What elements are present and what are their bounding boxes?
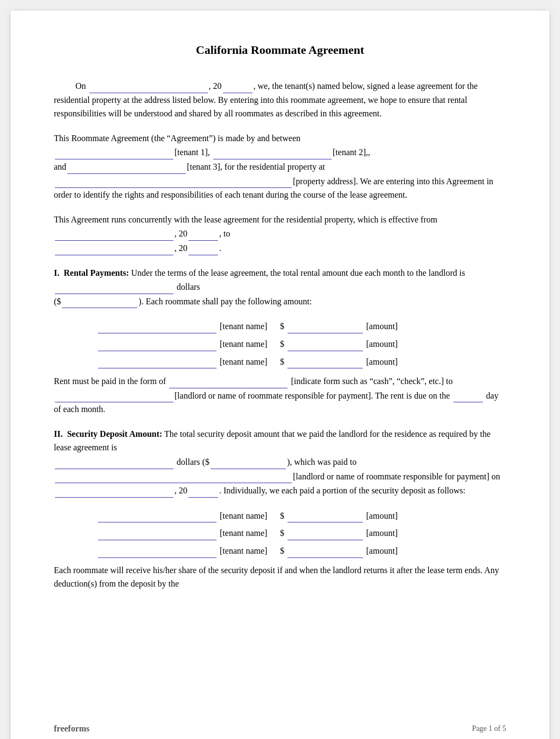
tenant3-amount-label: [amount] <box>366 355 398 369</box>
tenant-col-2: [tenant name] <box>97 337 269 351</box>
sec-amount-col-3: $ [amount] <box>280 543 398 558</box>
agreement-start-text: This Roommate Agreement (the “Agreement”… <box>54 134 300 143</box>
tenant-amount-table-2: [tenant name] $ [amount] [tenant name] $… <box>97 508 474 558</box>
rent-to-field[interactable] <box>55 388 173 403</box>
sec-tenant-col-2: [tenant name] <box>97 526 269 540</box>
rent-form-paragraph: Rent must be paid in the form of [indica… <box>54 374 506 416</box>
security-footer-paragraph: Each roommate will receive his/her share… <box>54 563 506 591</box>
document-footer: freeforms Page 1 of 5 <box>54 724 506 734</box>
dollar-1: $ <box>280 319 284 333</box>
rent-form-field[interactable] <box>169 374 288 388</box>
tenant1-field[interactable] <box>55 145 173 159</box>
tenant1-name-field[interactable] <box>98 319 216 333</box>
sec-tenant3-amount-label: [amount] <box>366 544 398 558</box>
section1-body: Under the terms of the lease agreement, … <box>129 268 465 277</box>
end-year-field[interactable] <box>188 241 218 255</box>
intro-20: , 20 <box>209 81 222 90</box>
rent-day-field[interactable] <box>453 388 483 403</box>
dollar-2: $ <box>280 337 284 351</box>
sec-tenant-col-3: [tenant name] <box>97 543 269 558</box>
dollar-3: $ <box>280 355 284 369</box>
sec-tenant-col-1: [tenant name] <box>97 508 269 523</box>
security-deposit-paragraph: II. Security Deposit Amount: The total s… <box>54 427 506 498</box>
tenant2-amount-field[interactable] <box>288 337 363 351</box>
section2-20: , 20 <box>174 486 187 495</box>
security-amount-field[interactable] <box>211 455 286 469</box>
page-number: Page 1 of 5 <box>472 724 506 733</box>
document-title: California Roommate Agreement <box>54 43 506 57</box>
dollars-text: dollars <box>177 282 200 291</box>
and-text: and <box>54 162 66 171</box>
tenant2-name-label: [tenant name] <box>220 337 267 351</box>
sec-tenant2-name-field[interactable] <box>98 526 216 540</box>
sec-tenant3-name-field[interactable] <box>98 543 216 558</box>
section2-landlord: [landlord or name of roommate responsibl… <box>293 472 500 481</box>
section1-label: I. <box>54 268 59 277</box>
tenant3-name-field[interactable] <box>98 354 216 369</box>
effective-year-field[interactable] <box>188 226 218 241</box>
security-year-field[interactable] <box>188 483 218 498</box>
paren-open: ($ <box>54 297 61 306</box>
security-landlord-field[interactable] <box>55 469 292 484</box>
date-field[interactable] <box>89 79 208 93</box>
security-date-field[interactable] <box>55 483 173 498</box>
tenant2-label: [tenant 2],, <box>333 148 370 157</box>
paren-close: ). Each roommate shall pay the following… <box>138 297 312 306</box>
effective-from-field[interactable] <box>55 226 173 241</box>
rental-payments-paragraph: I. Rental Payments: Under the terms of t… <box>54 266 506 309</box>
section2-label: II. <box>54 429 62 438</box>
concurrent-text: This Agreement runs concurrently with th… <box>54 215 437 224</box>
section2-dollars-text: dollars ($ <box>177 457 209 466</box>
sec-tenant1-amount-field[interactable] <box>288 508 363 523</box>
brand-logo: freeforms <box>54 724 89 734</box>
sec-dollar-3: $ <box>280 544 284 558</box>
brand-free: free <box>54 724 68 733</box>
concurrent-20b: , 20 <box>174 243 187 253</box>
tenant1-label: [tenant 1], <box>174 148 210 157</box>
tenant1-amount-label: [amount] <box>366 319 398 333</box>
rent-form-text: Rent must be paid in the form of <box>54 377 166 386</box>
sec-tenant1-name-field[interactable] <box>98 508 216 523</box>
tenant2-name-field[interactable] <box>98 337 216 351</box>
period-text: . <box>219 243 221 253</box>
property-address-field[interactable] <box>55 174 292 189</box>
security-dollars-field[interactable] <box>55 455 173 469</box>
tenant-row-2: [tenant name] $ [amount] <box>97 337 474 351</box>
brand-forms: forms <box>68 724 89 733</box>
tenant3-field[interactable] <box>67 159 186 174</box>
sec-tenant-row-1: [tenant name] $ [amount] <box>97 508 474 523</box>
tenant2-amount-label: [amount] <box>366 337 398 351</box>
tenant3-name-label: [tenant name] <box>220 355 267 369</box>
tenant1-amount-field[interactable] <box>288 319 363 333</box>
sec-tenant3-name-label: [tenant name] <box>220 544 267 558</box>
sec-tenant-row-3: [tenant name] $ [amount] <box>97 543 474 558</box>
section1-title: Rental Payments: <box>64 268 129 277</box>
rent-form-indicate: [indicate form such as “cash”, “check”, … <box>291 377 452 386</box>
sec-tenant3-amount-field[interactable] <box>288 543 363 558</box>
section2-which: ), which was paid to <box>287 457 356 466</box>
tenant-col-3: [tenant name] <box>97 354 269 369</box>
to-text: , to <box>219 229 230 238</box>
tenant3-amount-field[interactable] <box>288 354 363 369</box>
rent-form-landlord: [landlord or name of roommate responsibl… <box>174 391 450 400</box>
sec-amount-col-1: $ [amount] <box>280 508 398 523</box>
tenant1-name-label: [tenant name] <box>220 319 267 333</box>
sec-dollar-2: $ <box>280 526 284 540</box>
amount-col-1: $ [amount] <box>280 319 398 333</box>
sec-amount-col-2: $ [amount] <box>280 526 398 540</box>
rental-amount-field[interactable] <box>55 280 173 294</box>
tenant-row-1: [tenant name] $ [amount] <box>97 319 474 333</box>
end-date-field[interactable] <box>55 241 173 255</box>
intro-paragraph: On , 20 , we, the tenant(s) named below,… <box>54 79 506 121</box>
intro-on-text: On <box>75 81 86 90</box>
tenant3-label: [tenant 3], for the residential property… <box>187 162 325 171</box>
sec-tenant-row-2: [tenant name] $ [amount] <box>97 526 474 540</box>
tenant2-field[interactable] <box>213 145 332 159</box>
sec-tenant2-amount-label: [amount] <box>366 526 398 540</box>
tenant-col-1: [tenant name] <box>97 319 269 333</box>
sec-tenant2-amount-field[interactable] <box>288 526 363 540</box>
year-field[interactable] <box>223 79 253 93</box>
rental-amount-dollars-field[interactable] <box>62 294 137 309</box>
document-content: On , 20 , we, the tenant(s) named below,… <box>54 79 506 591</box>
sec-tenant1-amount-label: [amount] <box>366 509 398 523</box>
